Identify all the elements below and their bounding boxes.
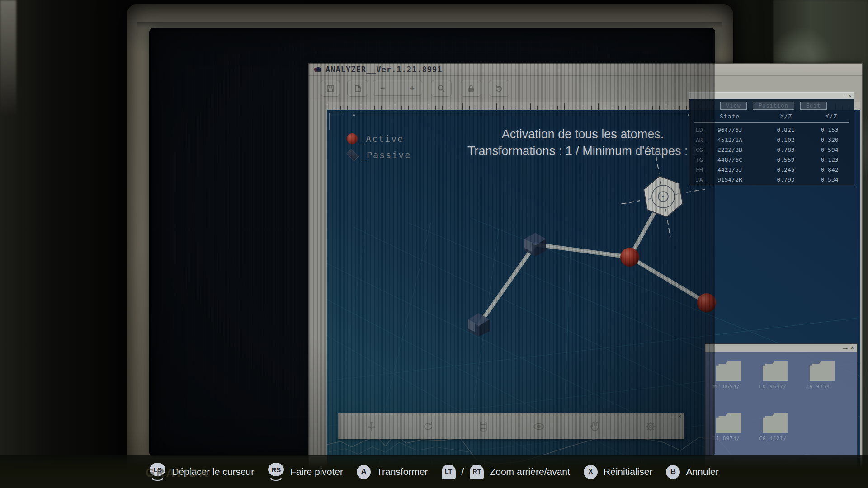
column-state: State	[696, 113, 764, 120]
data-panel-titlebar[interactable]: — ✕	[689, 93, 854, 99]
bond-highlight	[630, 257, 707, 303]
hand-tool-icon[interactable]	[590, 421, 600, 432]
table-row[interactable]: LD_9647/6J0.8210.153	[696, 125, 851, 135]
atom-active-2[interactable]	[697, 293, 716, 312]
folder-label: CG_4421/	[759, 436, 787, 441]
folder-item[interactable]: #F_8654/	[712, 361, 759, 389]
hint-rs: RSFaire pivoter	[268, 463, 343, 481]
folder-item[interactable]: CG_4421/	[759, 413, 806, 441]
folder-item[interactable]: LD_9647/	[759, 361, 806, 389]
a-button-icon: A	[357, 465, 371, 479]
folder-label: #F_8654/	[712, 384, 740, 389]
folder-icon	[763, 361, 788, 381]
settings-gear-icon[interactable]	[645, 421, 656, 432]
column-xz: X/Z	[764, 113, 809, 120]
column-yz: Y/Z	[809, 113, 854, 120]
table-row[interactable]: JA_9154/2R0.7930.534	[696, 174, 851, 184]
hint-label: Annuler	[686, 466, 718, 477]
tab-view[interactable]: View	[720, 102, 747, 110]
rs-stick-icon: RS	[268, 463, 284, 481]
eye-tool-icon[interactable]	[533, 421, 545, 432]
tab-edit[interactable]: Edit	[800, 102, 827, 110]
table-row[interactable]: FH_4421/5J0.2450.842	[696, 164, 851, 174]
separator: /	[462, 466, 464, 477]
table-row[interactable]: AR_4512/1A0.1020.320	[696, 135, 851, 145]
analyzer-window: ANALYZER__Ver.1.21.8991 − +	[308, 63, 863, 481]
folder-item[interactable]: JA_9154	[806, 361, 853, 389]
lt-button-icon: LT	[442, 465, 456, 479]
data-panel-minimize-button[interactable]: —	[843, 94, 846, 98]
bond-highlight	[479, 244, 535, 325]
folder-label: LD_9647/	[759, 384, 787, 389]
hint-a: ATransformer	[357, 465, 428, 479]
bond-highlight	[535, 244, 630, 257]
x-button-icon: X	[584, 465, 598, 479]
tab-position[interactable]: Position	[753, 102, 794, 110]
b-button-icon: B	[666, 465, 680, 479]
hint-lt-rt: LT/RTZoom arrière/avant	[442, 465, 570, 479]
gamepad-hint-bar: LSDéplacer le curseurRSFaire pivoterATra…	[0, 455, 868, 488]
monitor-brand-text: GRAVIDA	[146, 466, 209, 479]
data-panel[interactable]: — ✕ View Position Edit State X/Z Y/Z LD_…	[689, 92, 854, 185]
data-panel-close-button[interactable]: ✕	[849, 94, 851, 98]
atom-active-1[interactable]	[620, 248, 639, 267]
table-header: State X/Z Y/Z	[696, 113, 854, 120]
rt-button-icon: RT	[470, 465, 484, 479]
monitor-screen: ANALYZER__Ver.1.21.8991 − +	[149, 28, 715, 456]
rotate-tool-icon[interactable]	[422, 421, 434, 432]
cylinder-tool-icon[interactable]	[478, 421, 489, 432]
hint-label: Réinitialiser	[604, 466, 653, 477]
floating-toolbar[interactable]: — ✕	[338, 413, 684, 439]
table-row[interactable]: TG_4487/6C0.5590.123	[696, 155, 851, 164]
hint-label: Faire pivoter	[290, 466, 343, 477]
table-body: LD_9647/6J0.8210.153AR_4512/1A0.1020.320…	[696, 125, 851, 184]
move-tool-icon[interactable]	[366, 421, 377, 432]
header-divider	[694, 122, 849, 123]
folder-icon	[716, 361, 741, 381]
data-panel-tabs: View Position Edit	[720, 102, 827, 110]
game-screen: GRAVIDA ANALYZER__Ver.1.21.8991	[0, 0, 868, 488]
hint-label: Transformer	[377, 466, 428, 477]
table-row[interactable]: CG_2222/8B0.7830.594	[696, 145, 851, 155]
folder-label: BJ_8974/	[712, 436, 740, 441]
folder-icon	[716, 413, 741, 433]
folder-window-minimize-button[interactable]: —	[843, 346, 848, 351]
folder-icon	[810, 361, 835, 381]
folder-label: JA_9154	[806, 384, 830, 389]
folder-item[interactable]: BJ_8974/	[712, 413, 759, 441]
folder-window-titlebar[interactable]: — ✕	[705, 344, 857, 352]
folder-window-close-button[interactable]: ✕	[850, 346, 854, 351]
hint-b: BAnnuler	[666, 465, 718, 479]
toolbar-close-button[interactable]: ✕	[678, 414, 682, 419]
folder-icon	[763, 413, 788, 433]
toolbar-minimize-button[interactable]: —	[671, 414, 676, 419]
hint-x: XRéinitialiser	[584, 465, 653, 479]
folder-grid: #F_8654/LD_9647/JA_9154BJ_8974/CG_4421/	[712, 361, 853, 441]
room-wall-left	[0, 0, 16, 117]
hint-label: Zoom arrière/avant	[490, 466, 570, 477]
